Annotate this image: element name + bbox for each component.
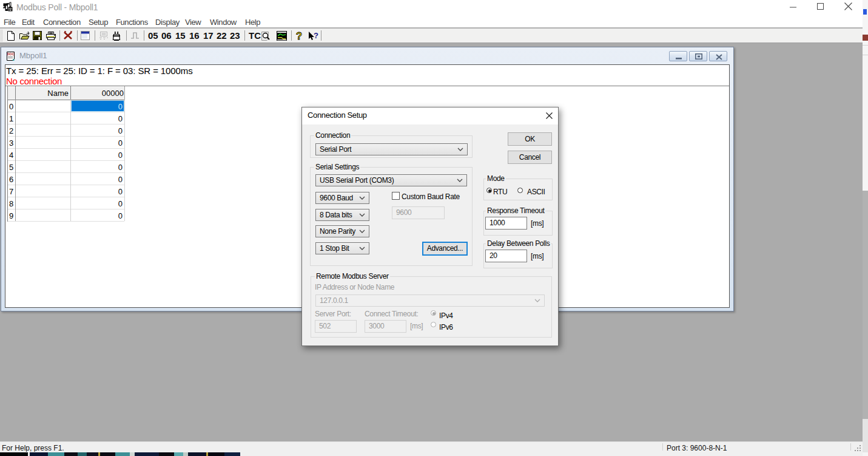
svg-text:?: ?: [314, 31, 318, 40]
svg-text:?: ?: [296, 31, 302, 41]
svg-text:DOC: DOC: [7, 52, 14, 56]
